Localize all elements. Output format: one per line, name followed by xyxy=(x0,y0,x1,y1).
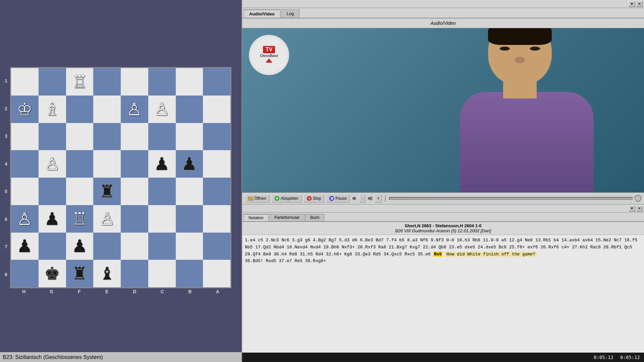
progress-slider[interactable] xyxy=(389,197,633,200)
square-d3[interactable] xyxy=(121,123,148,150)
square-c5[interactable] xyxy=(148,178,176,205)
tab-log[interactable]: Log xyxy=(281,9,300,18)
tab-notation[interactable]: Notation xyxy=(244,214,269,221)
square-f8[interactable]: ♜ xyxy=(66,260,94,287)
square-d1[interactable] xyxy=(121,68,148,96)
title-bar: ▼ ✕ xyxy=(242,0,644,8)
square-a3[interactable] xyxy=(203,123,230,150)
square-e2[interactable] xyxy=(93,96,121,123)
square-d2[interactable]: ♙ xyxy=(121,96,148,123)
square-h4[interactable] xyxy=(11,150,39,178)
moves-area[interactable]: 1.e4 c5 2.Nc3 Nc6 3.g3 g6 4.Bg2 Bg7 5.d3… xyxy=(242,235,644,353)
square-a5[interactable] xyxy=(203,178,230,205)
square-h1[interactable] xyxy=(11,68,39,96)
square-h2[interactable]: ♔ xyxy=(11,96,39,123)
square-a8[interactable] xyxy=(203,260,230,287)
square-c8[interactable] xyxy=(148,260,176,287)
square-e8[interactable]: ♝ xyxy=(93,260,121,287)
square-f6[interactable]: ♖ xyxy=(66,205,94,233)
square-e4[interactable] xyxy=(93,150,121,178)
piece-white-rook-f1: ♖ xyxy=(72,73,88,90)
square-a2[interactable] xyxy=(203,96,230,123)
square-e1[interactable] xyxy=(93,68,121,96)
square-g1[interactable] xyxy=(39,68,66,96)
logo-icon xyxy=(264,58,274,64)
square-e7[interactable] xyxy=(93,233,121,260)
chess-board[interactable]: ♖ ♔ ♗ ♙ ♙ xyxy=(11,68,230,287)
left-eye xyxy=(500,47,510,51)
piece-black-pawn-c4: ♟ xyxy=(154,155,170,173)
square-h5[interactable] xyxy=(11,178,39,205)
square-d7[interactable] xyxy=(121,233,148,260)
square-a6[interactable] xyxy=(203,205,230,233)
opening-name: B23: Sizilianisch (Geschlossenes System) xyxy=(3,354,103,360)
close-button[interactable]: ✕ xyxy=(636,1,643,7)
body-shape xyxy=(460,92,594,192)
notation-minimize-button[interactable]: ▼ xyxy=(629,205,635,212)
file-d: D xyxy=(121,289,149,294)
square-e3[interactable] xyxy=(93,123,121,150)
square-f2[interactable] xyxy=(66,96,94,123)
minimize-button[interactable]: ▼ xyxy=(629,1,635,7)
square-b1[interactable] xyxy=(176,68,203,96)
tab-buch[interactable]: Buch xyxy=(305,214,324,221)
square-c7[interactable] xyxy=(148,233,176,260)
pause-button[interactable]: Pause xyxy=(326,194,350,202)
square-g4[interactable]: ♙ xyxy=(39,150,66,178)
square-c2[interactable]: ♙ xyxy=(148,96,176,123)
square-c4[interactable]: ♟ xyxy=(148,150,176,178)
square-g3[interactable] xyxy=(39,123,66,150)
square-f7[interactable]: ♟ xyxy=(66,233,94,260)
stop-button[interactable]: ✕ Stop xyxy=(304,194,324,202)
notation-panel-bar: ▼ ✕ xyxy=(242,204,644,213)
rank-3: 3 xyxy=(3,122,9,150)
notation-close-button[interactable]: ✕ xyxy=(636,205,643,212)
square-h8[interactable] xyxy=(11,260,39,287)
square-d6[interactable] xyxy=(121,205,148,233)
square-g7[interactable] xyxy=(39,233,66,260)
file-b: B xyxy=(176,289,204,294)
open-button[interactable]: Öffnen xyxy=(245,194,269,202)
volume-down-button[interactable]: - xyxy=(359,194,365,202)
square-c1[interactable] xyxy=(148,68,176,96)
square-b4[interactable]: ♟ xyxy=(176,150,203,178)
chess-board-container[interactable]: ♖ ♔ ♗ ♙ ♙ xyxy=(10,67,231,288)
square-c3[interactable] xyxy=(148,123,176,150)
square-d8[interactable] xyxy=(121,260,148,287)
tab-audiovideo[interactable]: Audio/Video xyxy=(244,9,280,18)
square-b3[interactable] xyxy=(176,123,203,150)
square-e6[interactable]: ♙ xyxy=(93,205,121,233)
piece-black-bishop-e8: ♝ xyxy=(99,265,115,282)
square-b6[interactable] xyxy=(176,205,203,233)
square-g2[interactable]: ♗ xyxy=(39,96,66,123)
square-g6[interactable]: ♟ xyxy=(39,205,66,233)
square-b2[interactable] xyxy=(176,96,203,123)
volume-up-button[interactable]: + xyxy=(375,194,382,202)
square-e5[interactable]: ♜ xyxy=(93,178,121,205)
square-d5[interactable] xyxy=(121,178,148,205)
play-button[interactable]: Abspielen xyxy=(271,194,302,202)
piece-white-pawn-d2: ♙ xyxy=(126,101,142,118)
square-a7[interactable] xyxy=(203,233,230,260)
square-b5[interactable] xyxy=(176,178,203,205)
piece-white-pawn-c2: ♙ xyxy=(154,101,170,118)
square-c6[interactable] xyxy=(148,205,176,233)
head-shape xyxy=(488,28,552,85)
square-a1[interactable] xyxy=(203,68,230,96)
square-b8[interactable] xyxy=(176,260,203,287)
rank-labels: 1 2 3 4 5 6 7 8 xyxy=(3,67,9,288)
square-d4[interactable] xyxy=(121,150,148,178)
tab-partieformular[interactable]: Partieformular xyxy=(269,214,305,221)
square-f1[interactable]: ♖ xyxy=(66,68,94,96)
square-g8[interactable]: ♚ xyxy=(39,260,66,287)
square-f4[interactable] xyxy=(66,150,94,178)
square-h6[interactable]: ♙ xyxy=(11,205,39,233)
piece-white-pawn-e6: ♙ xyxy=(99,210,115,228)
square-f5[interactable] xyxy=(66,178,94,205)
square-h7[interactable]: ♟ xyxy=(11,233,39,260)
square-f3[interactable] xyxy=(66,123,94,150)
square-g5[interactable] xyxy=(39,178,66,205)
square-h3[interactable] xyxy=(11,123,39,150)
square-a4[interactable] xyxy=(203,150,230,178)
square-b7[interactable] xyxy=(176,233,203,260)
